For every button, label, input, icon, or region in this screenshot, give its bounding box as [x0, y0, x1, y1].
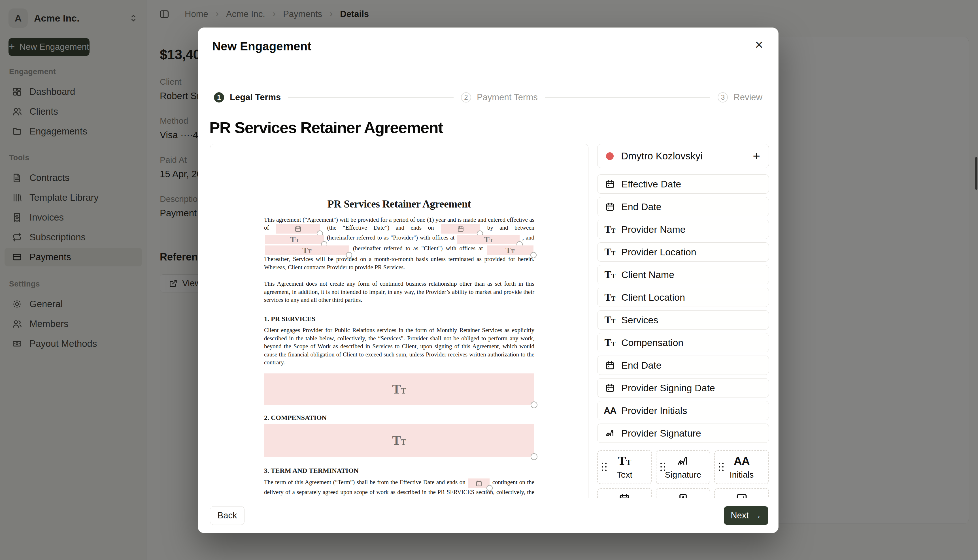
calendar-icon [605, 360, 615, 370]
field-item-effective-date[interactable]: Effective Date [597, 174, 769, 193]
document-page: PR Services Retainer Agreement This agre… [210, 144, 588, 521]
effective-date-field[interactable] [276, 224, 320, 233]
field-item-client-location[interactable]: TT Client Location [597, 288, 769, 307]
text-icon: TT [605, 270, 616, 280]
field-item-label: Provider Location [621, 247, 696, 258]
step-number: 2 [461, 92, 471, 102]
field-item-provider-signature[interactable]: Provider Signature [597, 423, 769, 443]
step-label: Payment Terms [477, 92, 538, 102]
field-type-signature[interactable]: Signature [656, 450, 711, 484]
field-item-provider-initials[interactable]: AA Provider Initials [597, 401, 769, 420]
back-button-label: Back [217, 510, 237, 521]
document-paragraph-1: This agreement ("Agreement") will be pro… [264, 216, 534, 272]
services-field-block[interactable]: TT [264, 373, 534, 405]
text-icon: TT [605, 315, 616, 325]
field-item-client-name[interactable]: TT Client Name [597, 265, 769, 284]
step-number: 3 [718, 92, 728, 102]
calendar-icon [475, 480, 483, 487]
field-item-provider-signing-date[interactable]: Provider Signing Date [597, 378, 769, 397]
field-type-date[interactable]: Date [597, 488, 652, 498]
client-location-field[interactable]: TT [487, 245, 533, 255]
field-item-label: Compensation [621, 337, 683, 348]
field-item-label: Services [621, 315, 658, 326]
step-review[interactable]: 3 Review [718, 92, 762, 102]
step-legal-terms[interactable]: 1 Legal Terms [214, 92, 281, 102]
calendar-icon [457, 225, 464, 232]
next-button[interactable]: Next → [724, 506, 768, 525]
text-icon: TT [290, 235, 299, 244]
signature-icon [605, 428, 615, 438]
field-type-label: Initials [729, 470, 754, 480]
arrow-right-icon: → [753, 510, 762, 521]
compensation-field-block[interactable]: TT [264, 424, 534, 457]
drag-handle-icon[interactable] [660, 463, 666, 472]
field-list: Effective Date End Date TT Provider Name… [597, 174, 769, 443]
section-2-heading: 2. COMPENSATION [264, 413, 534, 422]
text-icon: TT [505, 246, 515, 255]
text-icon: TT [392, 434, 406, 447]
text-icon: TT [605, 292, 616, 302]
document-preview[interactable]: PR Services Retainer Agreement This agre… [210, 144, 588, 521]
field-handle[interactable] [530, 252, 537, 258]
text-icon: TT [302, 246, 311, 255]
add-recipient-icon[interactable]: + [753, 150, 760, 162]
field-item-label: Client Name [621, 269, 674, 280]
provider-name-field[interactable]: TT [265, 235, 324, 244]
text-icon: TT [484, 235, 493, 244]
field-type-number[interactable]: Number [656, 488, 711, 498]
provider-location-field[interactable]: TT [457, 235, 520, 244]
recipient-card[interactable]: Dmytro Kozlovskyi + [597, 144, 769, 168]
field-type-image[interactable]: Image [714, 488, 769, 498]
step-number: 1 [214, 92, 224, 102]
text-icon: TT [618, 455, 632, 467]
field-handle[interactable] [531, 453, 537, 460]
new-engagement-modal: New Engagement ✕ 1 Legal Terms 2 Payment… [198, 27, 779, 533]
section-3-heading: 3. TERM AND TERMINATION [264, 467, 534, 475]
next-button-label: Next [731, 510, 749, 521]
end-date-field[interactable] [441, 224, 480, 233]
term-end-date-field[interactable] [468, 478, 490, 488]
field-item-end-date[interactable]: End Date [597, 197, 769, 216]
client-name-field[interactable]: TT [265, 245, 349, 255]
field-item-compensation[interactable]: TT Compensation [597, 333, 769, 352]
field-item-services[interactable]: TT Services [597, 310, 769, 330]
step-label: Review [734, 92, 762, 102]
field-type-label: Text [617, 470, 632, 480]
field-item-label: End Date [621, 201, 662, 212]
calendar-icon [605, 202, 615, 212]
document-paragraph-2: This Agreement does not create any form … [264, 280, 534, 304]
field-item-provider-name[interactable]: TT Provider Name [597, 220, 769, 239]
divider [198, 116, 778, 117]
field-handle[interactable] [346, 252, 352, 258]
field-item-label: Provider Name [621, 224, 685, 235]
close-icon[interactable]: ✕ [752, 37, 766, 53]
step-connector [288, 97, 453, 98]
fields-panel: Dmytro Kozlovskyi + Effective Date End D… [597, 144, 769, 498]
recipient-name: Dmytro Kozlovskyi [621, 150, 746, 162]
field-type-initials[interactable]: AA Initials [714, 450, 769, 484]
field-item-provider-location[interactable]: TT Provider Location [597, 242, 769, 262]
text-icon: TT [605, 337, 616, 348]
drag-handle-icon[interactable] [602, 463, 607, 472]
step-payment-terms[interactable]: 2 Payment Terms [461, 92, 538, 102]
calendar-icon [618, 493, 631, 498]
field-type-text[interactable]: TT Text [597, 450, 652, 484]
field-item-label: Effective Date [621, 178, 681, 190]
number-icon [677, 493, 689, 498]
drag-handle-icon[interactable] [719, 463, 724, 472]
initials-icon: AA [604, 405, 616, 416]
field-item-end-date-2[interactable]: End Date [597, 356, 769, 375]
field-item-label: End Date [621, 360, 662, 371]
field-item-label: Provider Signature [621, 428, 701, 439]
field-type-grid: TT Text Signature AA Initials Date [597, 450, 769, 498]
section-1-heading: 1. PR SERVICES [264, 315, 534, 323]
document-title: PR Services Retainer Agreement [264, 200, 534, 208]
agreement-heading: PR Services Retainer Agreement [209, 118, 443, 137]
calendar-icon [605, 383, 615, 393]
screen: A Acme Inc. + New Engagement Engagement … [0, 0, 978, 560]
back-button[interactable]: Back [210, 506, 244, 525]
step-connector [545, 97, 711, 98]
section-1-body: Client engages Provider for Public Relat… [264, 326, 534, 367]
field-item-label: Provider Signing Date [621, 382, 715, 393]
field-handle[interactable] [531, 402, 537, 408]
